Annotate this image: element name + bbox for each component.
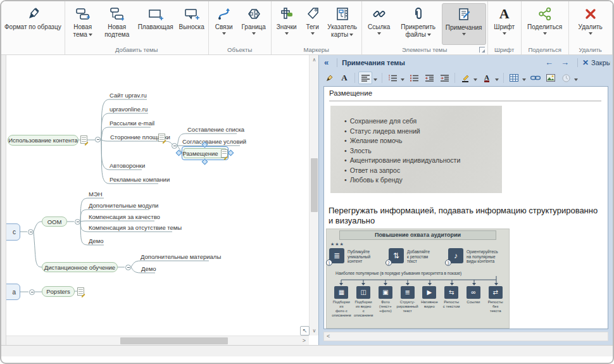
topic-oom[interactable]: OOM xyxy=(42,217,67,227)
boundary-button[interactable]: Граница xyxy=(238,3,270,45)
topic-absence-compensation[interactable]: Компенсация за отсутствие темы xyxy=(89,224,182,231)
note-format-painter-icon[interactable] xyxy=(322,72,336,84)
divider xyxy=(577,58,578,67)
note-font-icon[interactable]: A xyxy=(337,72,351,84)
collapse-toggle[interactable] xyxy=(28,229,34,235)
selection-handle-left[interactable] xyxy=(176,150,182,156)
topic-terms-agreement[interactable]: Согласование условий xyxy=(182,138,246,145)
slide-bullet: Любовь к бренду xyxy=(344,175,502,185)
new-subtopic-button[interactable]: Новая подтема xyxy=(99,3,135,45)
collapse-toggle[interactable] xyxy=(172,143,177,149)
topic-placement-selected[interactable]: Размещение xyxy=(184,148,227,158)
topic-ad-campaigns[interactable]: Рекламные компании xyxy=(110,176,170,183)
notes-button[interactable]: Примечания xyxy=(442,3,486,45)
topic-site-uprav[interactable]: Сайт uprav.ru xyxy=(110,92,147,99)
topic-usage[interactable]: Использование контента xyxy=(8,135,78,146)
delete-label: Удалить xyxy=(579,23,603,30)
new-topic-button[interactable]: Новая тема xyxy=(66,3,99,45)
collapse-panel-icon[interactable]: « xyxy=(324,58,329,67)
selection-handle-right[interactable] xyxy=(228,150,234,156)
icons-button[interactable]: Значки xyxy=(273,3,301,45)
notes-horizontal-scrollbar[interactable]: < xyxy=(323,332,608,341)
note-editor-content[interactable]: Размещение Сохранение для себя Статус ли… xyxy=(323,86,608,329)
topic-list-building[interactable]: Составление списка xyxy=(187,126,244,133)
insert-table-button[interactable] xyxy=(507,72,521,84)
scroll-down-icon[interactable]: ∨ xyxy=(310,326,318,336)
callout-button[interactable]: Выноска xyxy=(177,3,207,45)
topic-popsters[interactable]: Popsters xyxy=(42,286,75,297)
topic-extra-materials[interactable]: Дополнительные материалы xyxy=(141,253,221,260)
dropdown-caret-icon[interactable] xyxy=(495,78,499,83)
map-canvas[interactable]: Использование контента Сайт uprav.ru upr… xyxy=(6,55,318,345)
topic-demo[interactable]: Демо xyxy=(89,237,104,244)
topic-quality-compensation[interactable]: Компенсация за качество xyxy=(89,213,160,220)
bullet-list-button[interactable] xyxy=(407,72,421,84)
map-index-button[interactable]: Указатель карты xyxy=(325,3,360,45)
topic-placement-label: Размещение xyxy=(182,150,218,157)
collapse-toggle[interactable] xyxy=(125,265,131,270)
tags-button[interactable]: Теги xyxy=(301,3,325,45)
dropdown-caret-icon[interactable] xyxy=(401,78,404,83)
fit-map-button[interactable]: ↖ xyxy=(300,326,310,336)
diagram-steps: ★★★ ≣1 Публикуйте уникальный контент ⇅2 … xyxy=(329,243,508,264)
format-painter-button[interactable]: Формат по образцу xyxy=(3,3,63,45)
attach-files-button[interactable]: Прикрепить файлы xyxy=(395,3,442,45)
indent-button[interactable] xyxy=(437,72,451,84)
floating-topic-icon xyxy=(147,5,164,23)
topic-extra-modules[interactable]: Дополнительные модули xyxy=(89,202,158,209)
dropdown-caret-icon[interactable] xyxy=(574,78,578,83)
topic-email[interactable]: Рассылки e-mail xyxy=(110,120,154,127)
topic-third-party-note-icon[interactable] xyxy=(158,134,165,142)
note-image-bullet-slide[interactable]: Сохранение для себя Статус лидера мнений… xyxy=(330,106,502,193)
main-topic-partial-1[interactable]: с xyxy=(6,223,20,241)
floating-topic-button[interactable]: Плавающая xyxy=(135,3,177,45)
collapse-toggle[interactable] xyxy=(95,137,101,142)
slide-bullet: Сохранение для себя xyxy=(344,116,502,127)
topic-demo-2[interactable]: Демо xyxy=(141,265,156,272)
dropdown-caret-icon xyxy=(462,33,466,37)
previous-note-icon[interactable]: ← xyxy=(541,58,557,67)
dropdown-caret-icon[interactable] xyxy=(522,78,526,83)
vertical-scrollbar[interactable]: ∧ ∨ xyxy=(309,55,318,336)
dropdown-caret-icon[interactable] xyxy=(373,78,377,83)
collapse-toggle[interactable] xyxy=(29,289,35,295)
topic-upravonline[interactable]: upravonline.ru xyxy=(110,106,147,113)
note-image-diagram[interactable]: Повышение охвата аудитории ★★★ ≣1 Публик… xyxy=(326,229,510,329)
insert-link-button[interactable] xyxy=(529,72,542,84)
diagram-title: Повышение охвата аудитории xyxy=(339,230,496,240)
link-button[interactable]: Ссылка xyxy=(363,3,395,45)
unique-content-icon: ≣1 xyxy=(329,248,344,263)
scroll-left-icon[interactable]: < xyxy=(327,332,330,341)
topic-distance-learning[interactable]: Дистанционное обучение xyxy=(42,262,118,272)
horizontal-scrollbar[interactable]: > xyxy=(6,336,309,345)
insert-timestamp-button[interactable] xyxy=(559,72,573,84)
collapse-toggle[interactable] xyxy=(75,219,80,225)
scroll-right-icon[interactable]: > xyxy=(299,336,309,345)
highlight-button[interactable] xyxy=(458,72,472,84)
share-button[interactable]: Поделиться xyxy=(523,3,567,45)
close-panel-button[interactable]: ✕Закрыть xyxy=(582,58,610,67)
outdent-button[interactable] xyxy=(422,72,436,84)
topic-men[interactable]: МЭН xyxy=(89,191,103,198)
topic-placement-note-icon[interactable] xyxy=(221,149,228,158)
dialog-launcher-icon[interactable] xyxy=(479,47,485,53)
scroll-up-icon[interactable]: ∧ xyxy=(310,55,318,65)
font-button[interactable]: A Шрифт xyxy=(489,3,520,45)
insert-image-button[interactable] xyxy=(544,72,558,84)
topic-popsters-note-icon[interactable] xyxy=(77,287,84,296)
dropdown-caret-icon[interactable] xyxy=(473,78,477,83)
delete-button[interactable]: Удалить xyxy=(570,3,611,45)
tag-icon xyxy=(305,5,320,23)
numbered-list-button[interactable] xyxy=(385,72,399,84)
horizontal-scrollbar-thumb[interactable] xyxy=(120,337,228,344)
main-topic-partial-2[interactable]: а xyxy=(6,284,20,300)
font-color-button[interactable]: A xyxy=(480,72,494,84)
vertical-scrollbar-thumb[interactable] xyxy=(311,158,318,212)
topic-autofunnels[interactable]: Автоворонки xyxy=(110,162,145,169)
dropdown-caret-icon xyxy=(543,32,547,37)
next-note-icon[interactable]: → xyxy=(557,58,573,67)
relationships-button[interactable]: Связи xyxy=(210,3,238,45)
repost-with-text-icon: ⇆ xyxy=(444,286,458,299)
topic-usage-note-icon[interactable] xyxy=(80,135,87,144)
align-button[interactable] xyxy=(358,72,372,84)
